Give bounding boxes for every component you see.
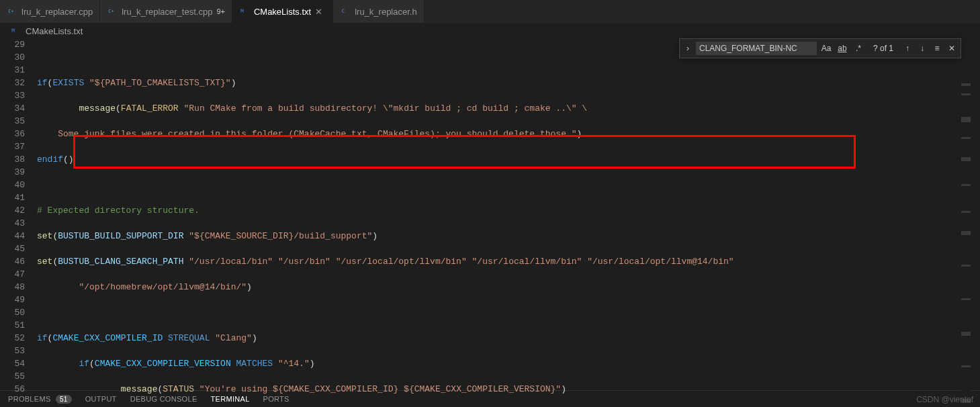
tab-cmakelists[interactable]: M CMakeLists.txt ✕	[232, 0, 333, 23]
minimap[interactable]	[961, 77, 971, 407]
find-next-icon[interactable]: ↓	[916, 44, 928, 53]
tab-label: lru_k_replacer_test.cpp	[122, 7, 212, 17]
editor: › Aa ab .* ? of 1 ↑ ↓ ≡ ✕ 29303132333435…	[0, 38, 980, 390]
svg-text:C: C	[342, 8, 345, 14]
svg-text:M: M	[11, 28, 15, 34]
cmake-icon: M	[239, 6, 250, 17]
find-filter-icon[interactable]: ≡	[931, 44, 943, 53]
find-results-count: ? of 1	[868, 44, 899, 53]
breadcrumb[interactable]: M CMakeLists.txt	[0, 24, 980, 38]
c-icon: C	[340, 6, 351, 17]
chevron-right-icon[interactable]: ›	[682, 44, 693, 53]
tab-bar: C+ lru_k_replacer.cpp C+ lru_k_replacer_…	[0, 0, 980, 24]
tab-lru-k-replacer-h[interactable]: C lru_k_replacer.h	[333, 0, 425, 23]
breadcrumb-label: CMakeLists.txt	[26, 26, 83, 36]
find-prev-icon[interactable]: ↑	[901, 44, 914, 53]
cpp-icon: C+	[7, 6, 17, 17]
use-regex-toggle[interactable]: .*	[852, 42, 865, 55]
cmake-icon: M	[11, 26, 21, 36]
tab-label: lru_k_replacer.h	[355, 7, 417, 17]
tab-modified-count: 9+	[216, 7, 225, 15]
cpp-icon: C+	[107, 6, 118, 17]
find-input[interactable]	[696, 42, 817, 55]
tab-label: lru_k_replacer.cpp	[21, 7, 93, 17]
match-word-toggle[interactable]: ab	[836, 42, 849, 55]
svg-text:M: M	[240, 8, 244, 14]
watermark: CSDN @vientof	[916, 395, 973, 404]
tab-lru-k-replacer-test-cpp[interactable]: C+ lru_k_replacer_test.cpp 9+	[100, 0, 232, 23]
tab-label: CMakeLists.txt	[254, 7, 311, 17]
find-widget: › Aa ab .* ? of 1 ↑ ↓ ≡ ✕	[679, 38, 961, 58]
find-close-icon[interactable]: ✕	[946, 44, 958, 53]
match-case-toggle[interactable]: Aa	[819, 42, 833, 55]
close-icon[interactable]: ✕	[315, 7, 326, 17]
tab-lru-k-replacer-cpp[interactable]: C+ lru_k_replacer.cpp	[0, 0, 100, 23]
code-area[interactable]: if(EXISTS "${PATH_TO_CMAKELISTS_TXT}") m…	[37, 38, 980, 390]
svg-text:C+: C+	[108, 9, 114, 14]
svg-text:C+: C+	[8, 9, 13, 14]
line-number-gutter: 2930313233343536373839404142434445464748…	[0, 38, 37, 390]
